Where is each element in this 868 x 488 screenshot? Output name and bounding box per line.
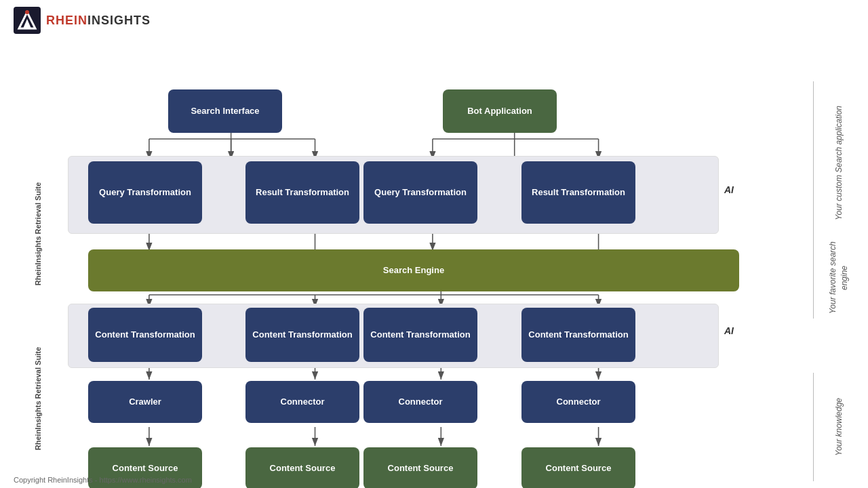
search-engine-node: Search Engine	[88, 249, 739, 291]
query-transform-1-node: Query Transformation	[88, 161, 202, 224]
divider-right-1	[813, 81, 814, 244]
result-transform-2-node: Result Transformation	[521, 161, 635, 224]
content-transform-4-node: Content Transformation	[521, 308, 635, 362]
bot-application-node: Bot Application	[443, 89, 557, 133]
right-label-custom-search: Your custom Search application	[815, 68, 863, 258]
content-source-2-node: Content Source	[245, 447, 359, 488]
left-label-top: RheinInsights Retrieval Suite	[11, 156, 65, 312]
search-interface-node: Search Interface	[168, 89, 282, 133]
logo-icon	[14, 7, 41, 34]
left-label-bottom: RheinInsights Retrieval Suite	[11, 304, 65, 488]
divider-right-3	[813, 373, 814, 481]
logo-text: RHEININSIGHTS	[46, 14, 151, 28]
content-transform-1-node: Content Transformation	[88, 308, 202, 362]
content-source-4-node: Content Source	[521, 447, 635, 488]
crawler-node: Crawler	[88, 381, 202, 423]
connector-2-node: Connector	[363, 381, 477, 423]
query-transform-2-node: Query Transformation	[363, 161, 477, 224]
result-transform-1-node: Result Transformation	[245, 161, 359, 224]
connector-3-node: Connector	[521, 381, 635, 423]
logo: RHEININSIGHTS	[14, 7, 151, 34]
connector-1-node: Connector	[245, 381, 359, 423]
svg-point-3	[25, 10, 29, 14]
footer: Copyright RheinInsights - https://www.rh…	[14, 476, 192, 484]
ai-badge-bottom: AI	[724, 325, 734, 336]
header: RHEININSIGHTS	[0, 0, 868, 41]
ai-badge-top: AI	[724, 184, 734, 195]
divider-right-2	[813, 237, 814, 319]
right-label-search-engine: Your favorite search engine	[815, 237, 863, 319]
right-label-knowledge: Your knowledge	[815, 373, 863, 481]
diagram-area: Search Interface Bot Application Query T…	[0, 41, 868, 474]
content-transform-2-node: Content Transformation	[245, 308, 359, 362]
content-source-3-node: Content Source	[363, 447, 477, 488]
content-transform-3-node: Content Transformation	[363, 308, 477, 362]
